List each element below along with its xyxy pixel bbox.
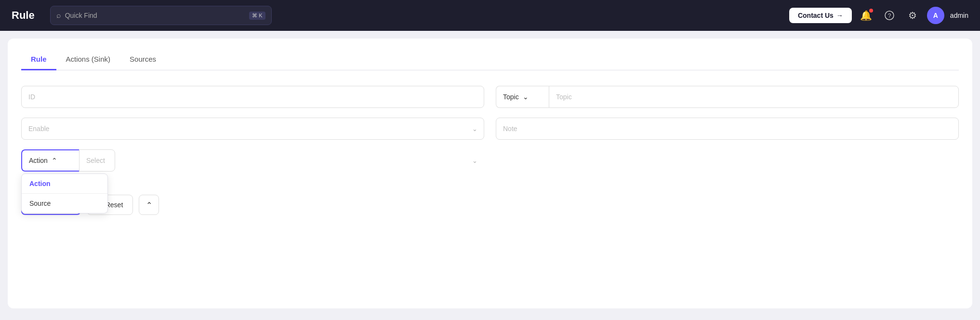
contact-us-label: Contact Us <box>798 12 834 19</box>
action-chevron-up-icon: ⌃ <box>52 157 57 164</box>
contact-us-arrow: → <box>836 12 843 19</box>
help-icon: ? <box>885 11 894 20</box>
collapse-button[interactable]: ⌃ <box>139 195 159 215</box>
select-chevron-down-icon: ⌄ <box>472 157 477 164</box>
main-content: Rule Actions (Sink) Sources Enable True <box>0 31 980 320</box>
admin-username: admin <box>950 12 968 19</box>
kbd-k: K <box>259 13 262 18</box>
topnav-right-section: Contact Us → 🔔 ? ⚙ A admin <box>789 7 968 24</box>
dropdown-item-source[interactable]: Source <box>22 194 107 213</box>
avatar-initial: A <box>933 12 938 19</box>
action-select[interactable]: Select Action Source <box>79 149 115 172</box>
settings-button[interactable]: ⚙ <box>904 7 921 24</box>
notifications-button[interactable]: 🔔 <box>858 7 875 24</box>
keyboard-shortcut: ⌘ K <box>249 12 265 20</box>
help-button[interactable]: ? <box>881 7 898 24</box>
note-input[interactable] <box>496 118 959 140</box>
id-input[interactable] <box>21 86 484 108</box>
avatar: A <box>927 7 944 24</box>
search-placeholder-text: Quick Find <box>65 12 246 19</box>
tabs-navigation: Rule Actions (Sink) Sources <box>21 50 959 70</box>
app-logo: Rule <box>12 9 35 22</box>
topic-dropdown-button[interactable]: Topic ⌄ <box>496 86 549 108</box>
form-grid: Enable True False ⌄ Action ⌃ Select <box>21 86 959 215</box>
topic-input[interactable] <box>549 86 959 108</box>
notification-dot <box>869 9 873 13</box>
enable-select-wrapper: Enable True False ⌄ <box>21 118 484 140</box>
action-row: Action ⌃ Select Action Source ⌄ <box>21 149 484 172</box>
tab-actions-sink[interactable]: Actions (Sink) <box>56 50 120 70</box>
action-dropdown-button[interactable]: Action ⌃ <box>21 149 79 172</box>
right-column: Topic ⌄ <box>496 86 959 215</box>
rule-card: Rule Actions (Sink) Sources Enable True <box>8 39 972 308</box>
collapse-chevron-up-icon: ⌃ <box>146 200 152 210</box>
tab-rule[interactable]: Rule <box>21 50 56 70</box>
svg-text:?: ? <box>888 13 891 19</box>
topic-row: Topic ⌄ <box>496 86 959 108</box>
action-select-wrapper: Select Action Source ⌄ <box>79 149 484 172</box>
contact-us-button[interactable]: Contact Us → <box>789 8 852 23</box>
topic-dropdown-label: Topic <box>503 93 519 101</box>
left-column: Enable True False ⌄ Action ⌃ Select <box>21 86 484 215</box>
tab-sources[interactable]: Sources <box>120 50 166 70</box>
top-navigation: Rule ⌕ Quick Find ⌘ K Contact Us → 🔔 ? ⚙… <box>0 0 980 31</box>
action-dropdown-menu: Action Source <box>21 173 108 213</box>
gear-icon: ⚙ <box>908 10 917 21</box>
dropdown-item-action[interactable]: Action <box>22 174 107 193</box>
kbd-cmd: ⌘ <box>252 13 257 19</box>
enable-select[interactable]: Enable True False <box>21 118 484 140</box>
search-icon: ⌕ <box>56 11 61 20</box>
quick-find-search[interactable]: ⌕ Quick Find ⌘ K <box>50 6 272 25</box>
reset-label: Reset <box>106 201 123 209</box>
action-dropdown-label: Action <box>29 157 48 164</box>
topic-chevron-down-icon: ⌄ <box>523 93 529 101</box>
